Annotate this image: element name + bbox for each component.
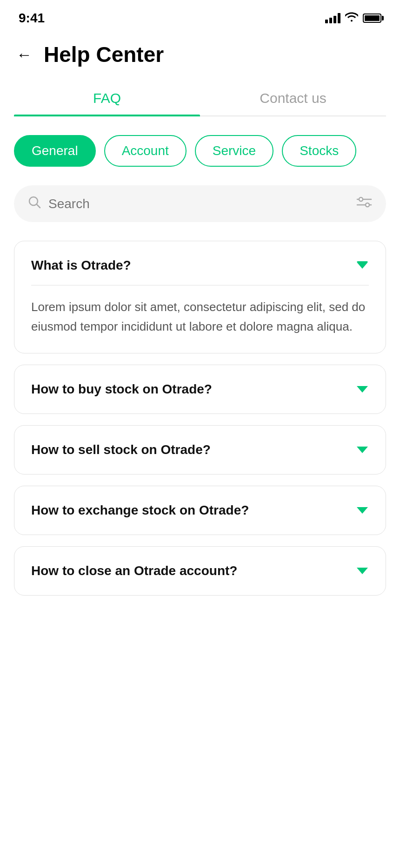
svg-line-1: [37, 204, 40, 208]
faq-header-2: How to buy stock on Otrade?: [31, 382, 369, 397]
faq-question-3: How to sell stock on Otrade?: [31, 442, 347, 457]
status-icons: [325, 12, 381, 25]
categories-container: General Account Service Stocks: [0, 116, 400, 181]
category-service[interactable]: Service: [195, 135, 273, 167]
faq-item-5[interactable]: How to close an Otrade account?: [14, 546, 386, 596]
tab-faq[interactable]: FAQ: [14, 81, 200, 115]
category-stocks[interactable]: Stocks: [282, 135, 356, 167]
tab-contact[interactable]: Contact us: [200, 81, 386, 115]
faq-item-2[interactable]: How to buy stock on Otrade?: [14, 365, 386, 414]
faq-header-3: How to sell stock on Otrade?: [31, 442, 369, 457]
svg-marker-7: [357, 386, 368, 393]
svg-marker-8: [357, 447, 368, 453]
faq-question-1: What is Otrade?: [31, 258, 347, 273]
faq-chevron-3: [356, 443, 369, 457]
faq-answer-1: Lorem ipsum dolor sit amet, consectetur …: [31, 298, 369, 336]
faq-question-2: How to buy stock on Otrade?: [31, 382, 347, 397]
faq-header-1: What is Otrade?: [31, 258, 369, 273]
tabs-container: FAQ Contact us: [14, 81, 386, 116]
header: ← Help Center: [0, 33, 400, 81]
faq-item-1[interactable]: What is Otrade? Lorem ipsum dolor sit am…: [14, 241, 386, 353]
faq-chevron-2: [356, 382, 369, 397]
faq-header-5: How to close an Otrade account?: [31, 563, 369, 578]
back-button[interactable]: ←: [14, 44, 34, 65]
faq-question-5: How to close an Otrade account?: [31, 563, 347, 578]
svg-marker-10: [357, 568, 368, 574]
filter-icon[interactable]: [356, 196, 372, 212]
svg-point-5: [366, 203, 369, 207]
faq-chevron-4: [356, 503, 369, 518]
svg-point-4: [359, 197, 363, 201]
status-time: 9:41: [19, 11, 45, 26]
status-bar: 9:41: [0, 0, 400, 33]
page-title: Help Center: [44, 42, 164, 67]
search-input[interactable]: [48, 197, 349, 211]
faq-item-4[interactable]: How to exchange stock on Otrade?: [14, 486, 386, 535]
faq-list: What is Otrade? Lorem ipsum dolor sit am…: [0, 236, 400, 600]
faq-header-4: How to exchange stock on Otrade?: [31, 503, 369, 518]
faq-chevron-1: [356, 258, 369, 273]
faq-chevron-5: [356, 564, 369, 578]
svg-marker-6: [357, 262, 368, 269]
faq-question-4: How to exchange stock on Otrade?: [31, 503, 347, 518]
signal-icon: [325, 13, 340, 23]
battery-icon: [363, 14, 381, 23]
search-bar[interactable]: [14, 185, 386, 222]
faq-divider-1: [31, 285, 369, 285]
category-account[interactable]: Account: [104, 135, 187, 167]
wifi-icon: [345, 12, 358, 25]
faq-item-3[interactable]: How to sell stock on Otrade?: [14, 425, 386, 475]
svg-marker-9: [357, 507, 368, 514]
category-general[interactable]: General: [14, 135, 96, 167]
search-icon: [28, 196, 41, 212]
